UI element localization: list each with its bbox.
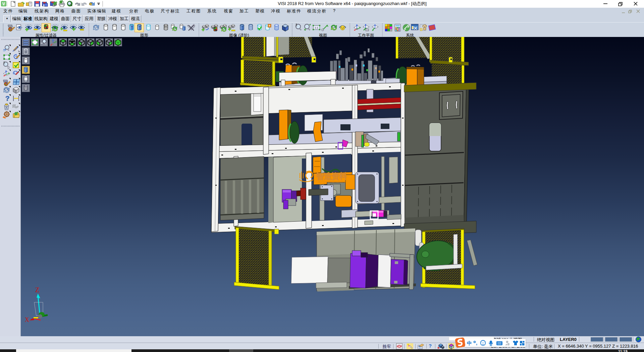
svg-text:智造资料网: 智造资料网 (316, 172, 347, 181)
svg-text:X: X (25, 316, 29, 323)
svg-text:V: V (2, 2, 5, 6)
svg-text:中: 中 (467, 340, 472, 346)
svg-text:Z: Z (35, 286, 39, 294)
svg-text:7: 7 (508, 343, 509, 346)
svg-text:,: , (476, 340, 477, 346)
svg-text:?: ? (5, 95, 9, 102)
svg-text:HLP.WWW.FACTUENG DETA: HLP.WWW.FACTUENG DETA (318, 181, 347, 183)
svg-text:1:1: 1:1 (315, 26, 319, 29)
